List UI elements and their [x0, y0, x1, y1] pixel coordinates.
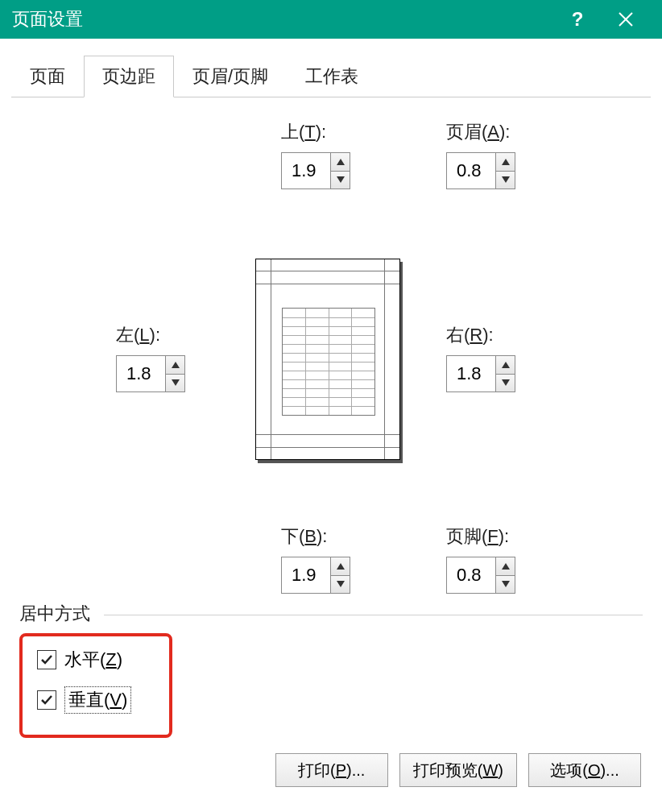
spin-down-icon[interactable] [331, 171, 350, 189]
options-button[interactable]: 选项(O)... [528, 753, 641, 787]
field-header: 页眉(A): [446, 120, 515, 189]
svg-marker-8 [502, 362, 510, 368]
field-bottom: 下(B): [281, 524, 350, 594]
button-row: 打印(P)... 打印预览(W) 选项(O)... [11, 753, 641, 798]
input-left[interactable] [117, 356, 165, 392]
tab-page[interactable]: 页面 [11, 56, 84, 97]
checkbox-horizontal[interactable] [37, 650, 56, 669]
spin-btns-bottom [330, 557, 350, 593]
svg-marker-6 [172, 362, 180, 368]
svg-marker-7 [172, 379, 180, 386]
svg-marker-2 [337, 159, 345, 165]
input-right[interactable] [447, 356, 495, 392]
spin-down-icon[interactable] [166, 374, 184, 392]
field-left: 左(L): [116, 323, 185, 392]
spin-up-icon[interactable] [166, 356, 184, 374]
svg-marker-10 [337, 563, 345, 570]
checkbox-row-vertical: 垂直(V) [37, 686, 161, 714]
spin-down-icon[interactable] [331, 575, 350, 594]
label-footer: 页脚(F): [446, 524, 515, 549]
input-header[interactable] [447, 153, 495, 188]
print-preview-button[interactable]: 打印预览(W) [399, 753, 517, 787]
field-right: 右(R): [446, 323, 515, 392]
dialog-body: 页面 页边距 页眉/页脚 工作表 上(T): 页眉(A): [0, 39, 662, 798]
input-top[interactable] [282, 153, 330, 188]
input-bottom[interactable] [282, 557, 330, 593]
spin-up-icon[interactable] [496, 557, 515, 575]
field-footer: 页脚(F): [446, 524, 515, 594]
spin-up-icon[interactable] [496, 153, 515, 171]
spin-up-icon[interactable] [331, 557, 350, 575]
label-bottom: 下(B): [281, 524, 350, 549]
spinner-right [446, 355, 515, 392]
spinner-top [281, 152, 350, 189]
spin-btns-footer [495, 557, 515, 593]
tab-margins[interactable]: 页边距 [84, 56, 174, 97]
svg-marker-9 [502, 379, 510, 386]
svg-marker-13 [502, 581, 510, 587]
spin-btns-header [495, 153, 515, 188]
tabstrip: 页面 页边距 页眉/页脚 工作表 [11, 58, 651, 97]
label-right: 右(R): [446, 323, 515, 347]
svg-marker-11 [337, 581, 345, 587]
center-legend: 居中方式 [19, 602, 97, 626]
label-top: 上(T): [281, 120, 350, 144]
tab-header-footer[interactable]: 页眉/页脚 [174, 56, 287, 97]
tab-sheet[interactable]: 工作表 [287, 56, 377, 97]
spin-btns-right [495, 356, 515, 392]
input-footer[interactable] [447, 557, 495, 593]
help-icon[interactable]: ? [553, 0, 602, 39]
divider [104, 615, 643, 615]
preview-table-icon [282, 308, 375, 416]
spinner-footer [446, 557, 515, 594]
field-top: 上(T): [281, 120, 350, 189]
label-left: 左(L): [116, 323, 185, 347]
checkbox-label-vertical: 垂直(V) [64, 686, 131, 714]
svg-marker-3 [337, 176, 345, 183]
spin-up-icon[interactable] [331, 153, 350, 171]
spinner-bottom [281, 557, 350, 594]
checkbox-label-horizontal: 水平(Z) [64, 648, 122, 672]
svg-marker-12 [502, 563, 510, 570]
page-preview [255, 259, 400, 460]
dialog-title: 页面设置 [12, 7, 553, 31]
svg-marker-5 [502, 176, 510, 183]
spin-btns-top [330, 153, 350, 188]
checkbox-vertical[interactable] [37, 690, 56, 710]
spin-up-icon[interactable] [496, 356, 515, 374]
spinner-left [116, 355, 185, 392]
center-section: 居中方式 [19, 602, 643, 626]
highlight-box: 水平(Z) 垂直(V) [19, 633, 172, 738]
print-button[interactable]: 打印(P)... [275, 753, 388, 787]
checkbox-row-horizontal: 水平(Z) [37, 648, 161, 672]
close-icon[interactable] [602, 0, 650, 39]
titlebar: 页面设置 ? [0, 0, 662, 39]
margins-panel: 上(T): 页眉(A): 左(L): [11, 97, 651, 798]
spinner-header [446, 152, 515, 189]
spin-btns-left [165, 356, 184, 392]
spin-down-icon[interactable] [496, 171, 515, 189]
spin-down-icon[interactable] [496, 374, 515, 392]
svg-marker-4 [502, 159, 510, 165]
label-header: 页眉(A): [446, 120, 515, 144]
spin-down-icon[interactable] [496, 575, 515, 594]
